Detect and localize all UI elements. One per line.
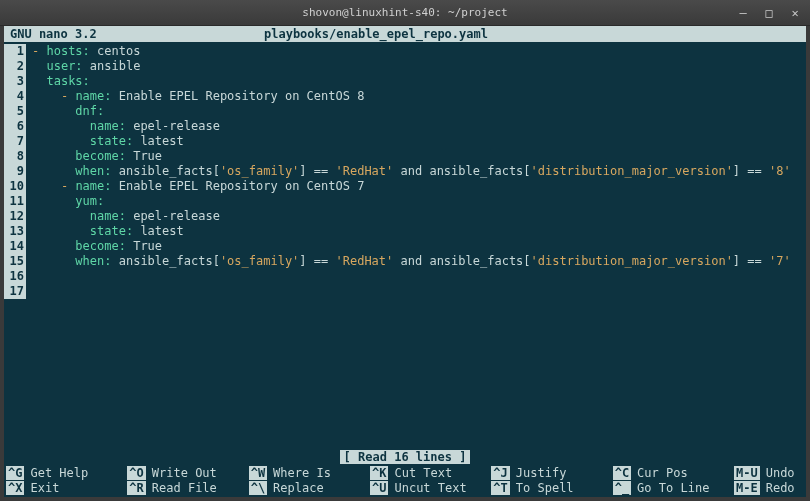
editor-line[interactable]: 9 when: ansible_facts['os_family'] == 'R… <box>4 164 806 179</box>
maximize-button[interactable]: □ <box>760 5 778 21</box>
terminal-window: shovon@linuxhint-s40: ~/project – □ ✕ GN… <box>0 0 810 501</box>
shortcut-label: Replace <box>273 481 324 495</box>
help-shortcut: ^TTo Spell <box>491 480 612 495</box>
terminal-area[interactable]: GNU nano 3.2 playbooks/enable_epel_repo.… <box>0 26 810 501</box>
line-content: when: ansible_facts['os_family'] == 'Red… <box>32 164 791 179</box>
line-number: 12 <box>4 209 26 224</box>
shortcut-label: Write Out <box>152 466 217 480</box>
line-content: - name: Enable EPEL Repository on CentOS… <box>32 179 364 194</box>
line-number: 1 <box>4 44 26 59</box>
editor-line[interactable]: 2 user: ansible <box>4 59 806 74</box>
line-number: 14 <box>4 239 26 254</box>
line-number: 9 <box>4 164 26 179</box>
line-number: 10 <box>4 179 26 194</box>
titlebar: shovon@linuxhint-s40: ~/project – □ ✕ <box>0 0 810 26</box>
shortcut-key: ^T <box>491 481 509 495</box>
help-shortcut: ^\Replace <box>249 480 370 495</box>
shortcut-key: M-U <box>734 466 760 480</box>
editor-line[interactable]: 13 state: latest <box>4 224 806 239</box>
shortcut-key: ^X <box>6 481 24 495</box>
help-shortcut: ^JJustify <box>491 465 612 480</box>
shortcut-key: M-E <box>734 481 760 495</box>
editor-line[interactable]: 17 <box>4 284 806 299</box>
shortcut-label: Cut Text <box>394 466 452 480</box>
help-shortcut: ^XExit <box>6 480 127 495</box>
line-number: 4 <box>4 89 26 104</box>
help-shortcut: ^OWrite Out <box>127 465 248 480</box>
line-number: 8 <box>4 149 26 164</box>
help-shortcut: ^_Go To Line <box>613 480 734 495</box>
editor-line[interactable]: 1- hosts: centos <box>4 44 806 59</box>
help-bar: ^GGet Help^OWrite Out^WWhere Is^KCut Tex… <box>4 465 806 497</box>
shortcut-key: ^_ <box>613 481 631 495</box>
shortcut-label: Cur Pos <box>637 466 688 480</box>
line-content: state: latest <box>32 134 184 149</box>
shortcut-key: ^O <box>127 466 145 480</box>
shortcut-key: ^\ <box>249 481 267 495</box>
window-controls: – □ ✕ <box>734 5 804 21</box>
editor-line[interactable]: 11 yum: <box>4 194 806 209</box>
line-content: become: True <box>32 239 162 254</box>
line-content: dnf: <box>32 104 104 119</box>
shortcut-label: Undo <box>766 466 795 480</box>
shortcut-label: Exit <box>30 481 59 495</box>
editor-line[interactable]: 10 - name: Enable EPEL Repository on Cen… <box>4 179 806 194</box>
shortcut-label: To Spell <box>516 481 574 495</box>
help-shortcut: M-ERedo <box>734 480 804 495</box>
editor-line[interactable]: 8 become: True <box>4 149 806 164</box>
shortcut-key: ^G <box>6 466 24 480</box>
editor-line[interactable]: 6 name: epel-release <box>4 119 806 134</box>
line-content: state: latest <box>32 224 184 239</box>
shortcut-label: Uncut Text <box>394 481 466 495</box>
help-shortcut: ^CCur Pos <box>613 465 734 480</box>
help-shortcut: ^WWhere Is <box>249 465 370 480</box>
line-number: 5 <box>4 104 26 119</box>
line-content: name: epel-release <box>32 209 220 224</box>
editor-line[interactable]: 14 become: True <box>4 239 806 254</box>
help-shortcut: ^UUncut Text <box>370 480 491 495</box>
editor-line[interactable]: 5 dnf: <box>4 104 806 119</box>
nano-header: GNU nano 3.2 playbooks/enable_epel_repo.… <box>4 26 806 42</box>
help-shortcut: ^RRead File <box>127 480 248 495</box>
line-number: 3 <box>4 74 26 89</box>
shortcut-label: Justify <box>516 466 567 480</box>
editor-line[interactable]: 15 when: ansible_facts['os_family'] == '… <box>4 254 806 269</box>
nano-filename: playbooks/enable_epel_repo.yaml <box>264 27 806 41</box>
line-content: become: True <box>32 149 162 164</box>
line-number: 13 <box>4 224 26 239</box>
shortcut-key: ^J <box>491 466 509 480</box>
line-number: 6 <box>4 119 26 134</box>
close-button[interactable]: ✕ <box>786 5 804 21</box>
line-content: name: epel-release <box>32 119 220 134</box>
shortcut-key: ^R <box>127 481 145 495</box>
window-title: shovon@linuxhint-s40: ~/project <box>302 6 507 19</box>
shortcut-label: Redo <box>766 481 795 495</box>
nano-version: GNU nano 3.2 <box>4 27 264 41</box>
line-content: - name: Enable EPEL Repository on CentOS… <box>32 89 364 104</box>
status-text: [ Read 16 lines ] <box>340 450 471 464</box>
editor-content[interactable]: 1- hosts: centos2 user: ansible3 tasks:4… <box>4 42 806 450</box>
nano-status: [ Read 16 lines ] <box>4 450 806 465</box>
shortcut-key: ^W <box>249 466 267 480</box>
editor-line[interactable]: 7 state: latest <box>4 134 806 149</box>
help-shortcut: ^GGet Help <box>6 465 127 480</box>
line-content: when: ansible_facts['os_family'] == 'Red… <box>32 254 791 269</box>
minimize-button[interactable]: – <box>734 5 752 21</box>
line-content: - hosts: centos <box>32 44 140 59</box>
line-number: 2 <box>4 59 26 74</box>
line-content: user: ansible <box>32 59 140 74</box>
line-content: yum: <box>32 194 104 209</box>
line-number: 16 <box>4 269 26 284</box>
shortcut-label: Get Help <box>30 466 88 480</box>
line-content: tasks: <box>32 74 90 89</box>
editor-line[interactable]: 12 name: epel-release <box>4 209 806 224</box>
line-number: 15 <box>4 254 26 269</box>
editor-line[interactable]: 16 <box>4 269 806 284</box>
shortcut-label: Read File <box>152 481 217 495</box>
editor-line[interactable]: 3 tasks: <box>4 74 806 89</box>
editor-line[interactable]: 4 - name: Enable EPEL Repository on Cent… <box>4 89 806 104</box>
shortcut-label: Go To Line <box>637 481 709 495</box>
help-shortcut: M-UUndo <box>734 465 804 480</box>
shortcut-key: ^C <box>613 466 631 480</box>
help-shortcut: ^KCut Text <box>370 465 491 480</box>
